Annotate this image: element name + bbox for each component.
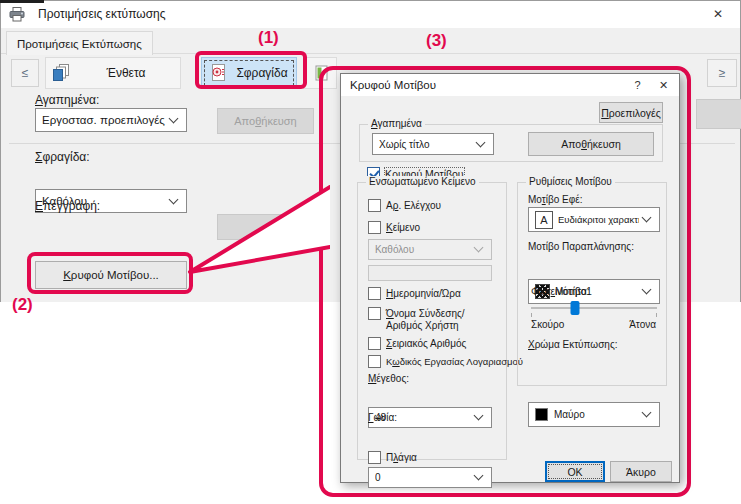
checkbox-box (368, 355, 381, 368)
chevron-down-icon (642, 213, 652, 223)
datetime-checkbox[interactable]: Ημερομηνία/Ώρα (368, 287, 461, 300)
print-color-label: Χρώμα Εκτύπωσης: (528, 339, 617, 350)
tab-strip: Προτιμήσεις Εκτύπωσης (1, 28, 740, 54)
brightness-dark-label: Σκούρο (531, 319, 564, 330)
account-job-checkbox[interactable]: Κωδικός Εργασίας Λογαριασμού (368, 355, 523, 368)
callout-label-2: (2) (12, 295, 33, 315)
stamp-document-icon (208, 63, 228, 83)
brightness-light-label: Άτονα (629, 319, 656, 330)
crop-artifact-strip (0, 0, 44, 3)
close-icon[interactable]: ✕ (698, 1, 738, 27)
brightness-label: Φωτεινότητα: (531, 286, 590, 297)
embedded-text-group: Ενσωματωμένο Κείμενο Αρ. Ελέγχου Κείμενο… (357, 182, 507, 460)
brightness-slider-track (531, 307, 657, 309)
checkbox-box (368, 199, 381, 212)
slider-tick (656, 313, 657, 317)
defaults-button[interactable]: Προεπιλογές (599, 102, 663, 123)
callout-label-3: (3) (426, 31, 447, 51)
dialog-favorites-group: Αγαπημένα Χωρίς τίτλο Αποθήκευση (359, 124, 663, 162)
toolbar-tab-label: Ένθετα (72, 66, 180, 80)
chevron-down-icon (474, 471, 484, 481)
overlay-label: Επεγγραφή: (35, 199, 100, 213)
checkbox-box (368, 337, 381, 350)
save-favorites-button[interactable]: Αποθήκευση (217, 108, 314, 134)
chevron-down-icon (474, 411, 484, 421)
size-label: Μέγεθος: (368, 373, 409, 384)
dialog-save-button[interactable]: Αποθήκευση (528, 132, 654, 156)
checkbox-box (368, 287, 381, 300)
dialog-title: Κρυφού Μοτίβου (350, 79, 436, 91)
toolbar-scroll-left[interactable]: ≤ (11, 59, 39, 87)
hidden-pattern-dialog: Κρυφού Μοτίβου ? ✕ Προεπιλογές Αγαπημένα… (340, 73, 680, 483)
font-effect-icon: A (535, 211, 553, 229)
control-number-checkbox[interactable]: Αρ. Ελέγχου (368, 199, 441, 212)
brightness-slider-handle[interactable] (571, 301, 580, 315)
tab-printing-preferences[interactable]: Προτιμήσεις Εκτύπωσης (6, 31, 153, 55)
effect-label: Μοτίβο Εφέ: (528, 194, 582, 205)
brightness-slider[interactable] (531, 301, 657, 317)
stacked-pages-icon (52, 63, 72, 83)
checkbox-box (368, 451, 381, 464)
toolbar-tab-label: Σφραγίδα (228, 66, 296, 80)
favorites-label: Αγαπημένα: (35, 93, 99, 107)
checkbox-box (368, 307, 381, 320)
checkbox-box (368, 221, 381, 234)
toolbar-tab-partial[interactable] (303, 57, 337, 89)
chevron-down-icon (169, 113, 179, 123)
effect-select[interactable]: A Ευδιάκριτοι χαρακτήρες (528, 207, 660, 232)
defaults-button-fragment[interactable] (696, 99, 741, 129)
toolbar-tab-inserts[interactable]: Ένθετα (45, 57, 181, 89)
ok-button[interactable]: OK (545, 461, 605, 482)
angle-label: Γωνία: (368, 412, 397, 423)
slider-tick (531, 313, 532, 317)
cancel-button[interactable]: Άκυρο (610, 461, 672, 482)
stamp-label: Σφραγίδα: (35, 150, 90, 164)
dialog-favorites-select[interactable]: Χωρίς τίτλο (372, 133, 494, 155)
callout-label-1: (1) (258, 28, 279, 48)
black-color-swatch-icon (535, 408, 548, 421)
pattern-settings-group: Ρυθμίσεις Μοτίβου Μοτίβο Εφέ: A Ευδιάκρι… (517, 182, 667, 386)
dialog-title-bar: Κρυφού Μοτίβου ? ✕ (341, 74, 679, 96)
close-icon[interactable]: ✕ (650, 74, 677, 96)
printer-icon (9, 7, 25, 22)
overlay-settings-button[interactable] (217, 214, 299, 240)
text-checkbox[interactable]: Κείμενο (368, 221, 420, 234)
angle-select[interactable]: 0 (368, 467, 492, 488)
chevron-down-icon (169, 194, 179, 204)
main-title-bar: Προτιμήσεις εκτύπωσης ✕ (1, 1, 740, 28)
favorites-select[interactable]: Εργοστασ. προεπιλογές (35, 108, 187, 132)
print-color-select[interactable]: Μαύρο (528, 402, 660, 427)
serial-number-checkbox[interactable]: Σειριακός Αριθμός (368, 337, 466, 350)
chevron-down-icon (642, 408, 652, 418)
toolbar-scroll-right[interactable]: ≥ (707, 59, 737, 87)
help-icon[interactable]: ? (624, 74, 651, 96)
italic-checkbox[interactable]: Πλάγια (368, 451, 417, 464)
group-label: Αγαπημένα (368, 118, 425, 129)
screenshot-root: Προτιμήσεις εκτύπωσης ✕ Προτιμήσεις Εκτύ… (0, 0, 741, 504)
text-preset-select[interactable]: Καθόλου (368, 239, 492, 260)
group-label: Ρυθμίσεις Μοτίβου (526, 176, 615, 187)
camouflage-label: Μοτίβο Παραπλάνησης: (528, 241, 634, 252)
custom-text-input[interactable] (368, 265, 492, 281)
hidden-pattern-button[interactable]: Κρυφού Μοτίβου... (35, 261, 187, 289)
window-title: Προτιμήσεις εκτύπωσης (38, 7, 166, 21)
partial-toolbar-icon (315, 64, 329, 82)
chevron-down-icon (476, 137, 486, 147)
chevron-down-icon (474, 243, 484, 253)
toolbar-tab-stamp[interactable]: Σφραγίδα (201, 57, 297, 89)
group-label: Ενσωματωμένο Κείμενο (366, 176, 479, 187)
login-name-checkbox[interactable]: Όνομα Σύνδεσης/Αριθμός Χρήστη (368, 307, 496, 332)
chevron-down-icon (642, 285, 652, 295)
